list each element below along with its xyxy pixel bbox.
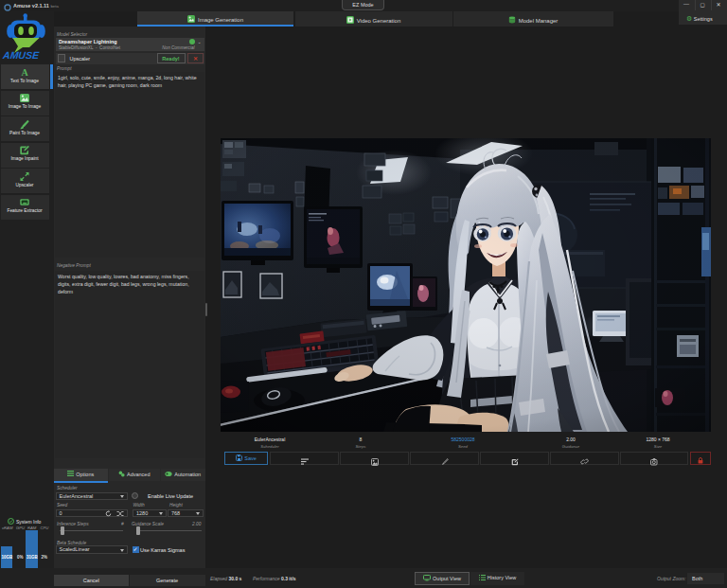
svg-text:AMUSE: AMUSE: [2, 49, 41, 61]
svg-text:A: A: [21, 67, 28, 78]
